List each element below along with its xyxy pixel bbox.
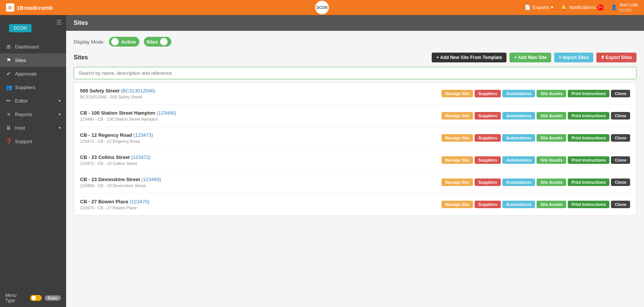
manage-site-button[interactable]: Manage Site [441,90,473,97]
sidebar-item-host[interactable]: 🖥 Host ▾ [0,121,66,135]
user-menu[interactable]: 👤 Joel Lutik DCON [611,2,638,13]
automations-button[interactable]: Automations [502,178,535,186]
table-row: CB - 27 Bowen Place (123470) 123470 - CB… [74,194,636,215]
manage-site-button[interactable]: Manage Site [441,201,473,208]
site-ref: BC313012046 - 500 Safety Street [80,95,437,99]
search-input[interactable] [74,67,636,79]
approvals-icon: ✔ [5,71,12,77]
active-toggle[interactable]: Active [109,37,139,47]
table-row: 500 Safety Street (BC313012046) BC313012… [74,83,636,105]
sidebar-item-label: Support [15,139,32,144]
sidebar-item-sites[interactable]: ⚑ Sites [0,53,66,67]
suppliers-button[interactable]: Suppliers [475,134,501,142]
print-instructions-button[interactable]: Print Instructions [568,201,609,208]
print-instructions-button[interactable]: Print Instructions [568,134,609,142]
menu-type-toggle[interactable] [30,295,42,301]
hamburger-icon[interactable]: ☰ [56,19,62,26]
user-name: Joel Lutik [619,2,638,8]
print-instructions-button[interactable]: Print Instructions [568,156,609,164]
page-header: Sites [66,15,644,31]
brand-name: 1Breadcrumb [17,5,53,11]
suppliers-button[interactable]: Suppliers [475,178,501,186]
import-sites-button[interactable]: + Import Sites [554,53,593,62]
active-toggle-label: Active [121,39,136,45]
site-ref: 123472 - CB - 23 Collins Street [80,161,437,166]
add-from-template-button[interactable]: + Add New Site From Template [432,53,506,62]
site-ref: 123469 - CB - 23 Devonshire Street [80,183,437,188]
manage-site-button[interactable]: Manage Site [441,112,473,119]
site-ref: 123473 - CB - 12 Regency Road [80,139,437,144]
site-name: CB - 27 Bowen Place (123470) [80,199,437,204]
print-instructions-button[interactable]: Print Instructions [568,178,609,186]
sidebar-nav: ⊞ Dashboard ⚑ Sites ✔ Approvals 👥 Suppli… [0,40,66,289]
manage-site-button[interactable]: Manage Site [441,156,473,164]
site-info: CB - 23 Collins Street (123472) 123472 -… [80,154,437,166]
site-list: 500 Safety Street (BC313012046) BC313012… [74,82,636,216]
print-instructions-button[interactable]: Print Instructions [568,112,609,119]
dashboard-icon: ⊞ [5,44,12,50]
site-info: CB - 23 Devonshire Street (123469) 12346… [80,177,437,188]
clone-button[interactable]: Clone [611,134,630,142]
sidebar-item-dashboard[interactable]: ⊞ Dashboard [0,40,66,53]
editor-icon: ✏ [5,98,12,104]
clone-button[interactable]: Clone [611,90,630,97]
bell-icon: 🔔 [561,5,567,10]
sidebar-item-editor[interactable]: ✏ Editor ▾ [0,94,66,107]
suppliers-button[interactable]: Suppliers [475,90,501,97]
sites-toggle-label: Sites [146,39,158,45]
suppliers-button[interactable]: Suppliers [475,201,501,208]
table-row: CB - 23 Devonshire Street (123469) 12346… [74,171,636,194]
table-row: CB - 23 Collins Street (123472) 123472 -… [74,149,636,171]
site-action-buttons: Manage Site Suppliers Automations Site A… [441,112,630,119]
sidebar-item-suppliers[interactable]: 👥 Suppliers [0,80,66,94]
site-action-buttons: Manage Site Suppliers Automations Site A… [441,90,630,97]
site-assets-button[interactable]: Site Assets [537,178,566,186]
clone-button[interactable]: Clone [611,112,630,119]
site-info: CB - 12 Regency Road (123473) 123473 - C… [80,132,437,144]
sites-header: Sites + Add New Site From Template + Add… [74,53,636,62]
exports-btn[interactable]: 📄 Exports ▾ [525,5,553,10]
layout: DCON ☰ ⊞ Dashboard ⚑ Sites ✔ Approvals 👥… [0,15,644,307]
tenant-button[interactable]: DCON [9,24,32,32]
manage-site-button[interactable]: Manage Site [441,178,473,186]
chevron-down-icon: ▾ [59,98,61,103]
sidebar-item-reports[interactable]: ≡ Reports ▾ [0,107,66,121]
export-icon: 📄 [525,5,531,10]
sites-toggle[interactable]: Sites [144,37,171,47]
automations-button[interactable]: Automations [502,156,535,164]
exports-chevron-icon: ▾ [551,5,553,10]
site-assets-button[interactable]: Site Assets [537,156,566,164]
export-sites-button[interactable]: ⬆ Export Sites [596,53,636,62]
clone-button[interactable]: Clone [611,201,630,208]
site-ref: 123466 - CB - 100 Station Street Hampton [80,117,437,121]
site-assets-button[interactable]: Site Assets [537,201,566,208]
site-name: CB - 23 Devonshire Street (123469) [80,177,437,182]
chevron-down-icon: ▾ [59,126,61,130]
sidebar-item-support[interactable]: ❓ Support [0,135,66,148]
site-info: CB - 27 Bowen Place (123470) 123470 - CB… [80,199,437,210]
add-new-site-button[interactable]: + Add New Site [509,53,551,62]
manage-site-button[interactable]: Manage Site [441,134,473,142]
sites-icon: ⚑ [5,57,12,63]
suppliers-button[interactable]: Suppliers [475,112,501,119]
clone-button[interactable]: Clone [611,178,630,186]
notifications-btn[interactable]: 🔔 Notifications 9+ [561,5,603,11]
sidebar-item-approvals[interactable]: ✔ Approvals [0,67,66,80]
content-area: Display Mode: Active Sites Sites + Add N… [66,31,644,307]
automations-button[interactable]: Automations [502,90,535,97]
print-instructions-button[interactable]: Print Instructions [568,90,609,97]
site-assets-button[interactable]: Site Assets [537,112,566,119]
site-action-buttons: Manage Site Suppliers Automations Site A… [441,134,630,142]
clone-button[interactable]: Clone [611,156,630,164]
site-assets-button[interactable]: Site Assets [537,90,566,97]
main-content: Sites Display Mode: Active Sites Sites [66,15,644,307]
site-assets-button[interactable]: Site Assets [537,134,566,142]
site-info: CB - 100 Station Street Hampton (123466)… [80,110,437,121]
suppliers-button[interactable]: Suppliers [475,156,501,164]
site-name: CB - 100 Station Street Hampton (123466) [80,110,437,116]
automations-button[interactable]: Automations [502,112,535,119]
automations-button[interactable]: Automations [502,134,535,142]
user-org: DCON [619,8,638,13]
automations-button[interactable]: Automations [502,201,535,208]
brand[interactable]: B 1Breadcrumb [6,3,53,12]
